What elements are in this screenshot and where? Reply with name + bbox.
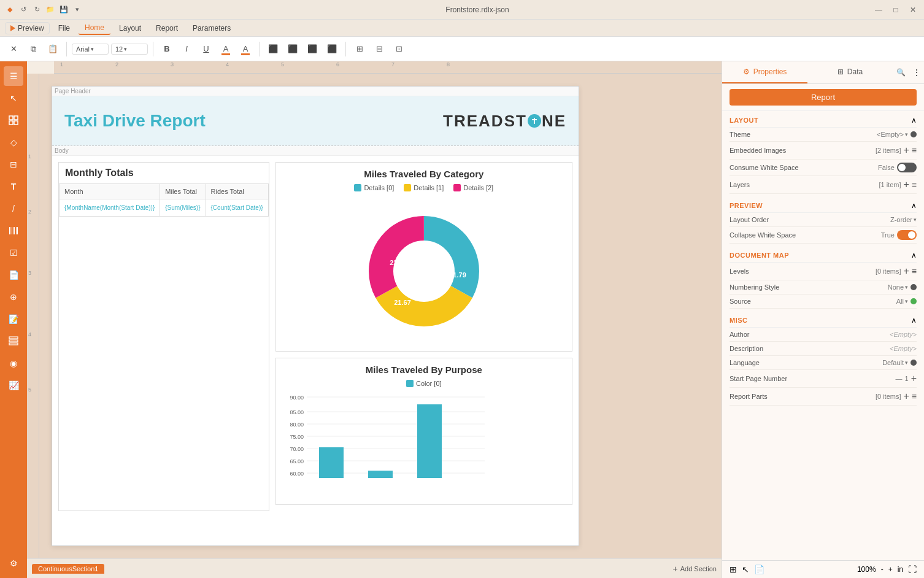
numbering-style-dot[interactable] [911, 284, 917, 290]
menu-home[interactable]: Home [79, 21, 110, 35]
embedded-images-plus[interactable]: + [903, 145, 909, 156]
align-right-button[interactable]: ⬛ [304, 40, 321, 58]
save-dropdown-icon[interactable]: ▾ [72, 5, 82, 15]
document-map-collapse-icon[interactable]: ∧ [911, 251, 917, 260]
sidebar-datagrid-icon[interactable] [4, 331, 23, 351]
collapse-whitespace-value: True [881, 230, 917, 240]
open-icon[interactable]: 📁 [45, 5, 55, 15]
layout-order-dropdown[interactable]: Z-order ▾ [890, 216, 917, 223]
panel-menu-icon[interactable]: ⋮ [909, 64, 924, 80]
panel-search-icon[interactable]: 🔍 [893, 64, 909, 80]
layers-eq[interactable]: ≡ [912, 180, 917, 190]
cut-button[interactable]: ✕ [5, 40, 22, 58]
paste-button[interactable]: 📋 [44, 40, 61, 58]
fullscreen-icon[interactable]: ⛶ [908, 565, 917, 574]
zoom-plus[interactable]: + [888, 565, 893, 574]
levels-eq[interactable]: ≡ [912, 266, 917, 276]
grid-view-icon[interactable]: ⊞ [730, 565, 737, 574]
start-page-minus[interactable]: — [896, 375, 903, 382]
sidebar-text-icon[interactable]: T [4, 177, 23, 196]
sidebar-crosshair-icon[interactable]: ⊕ [4, 287, 23, 307]
start-page-plus[interactable]: + [911, 373, 917, 384]
layers-plus[interactable]: + [903, 179, 909, 190]
ruler-horizontal: 1 2 3 4 5 6 7 8 [54, 61, 722, 74]
pointer-icon[interactable]: ↖ [742, 565, 749, 574]
zoom-minus[interactable]: - [881, 565, 884, 574]
border3-button[interactable]: ⊡ [390, 40, 407, 58]
layout-collapse-icon[interactable]: ∧ [911, 116, 917, 125]
collapse-whitespace-val: True [881, 231, 895, 239]
report-parts-eq[interactable]: ≡ [912, 391, 917, 401]
menu-parameters[interactable]: Parameters [187, 22, 237, 34]
close-button[interactable]: ✕ [907, 4, 919, 16]
tab-properties[interactable]: ⚙ Properties [722, 61, 807, 83]
bg-color-button[interactable]: A [237, 40, 254, 58]
menu-layout[interactable]: Layout [113, 22, 147, 34]
toggle-knob [898, 164, 906, 171]
bold-button[interactable]: B [158, 40, 175, 58]
source-dropdown[interactable]: All ▾ [896, 298, 908, 305]
menu-report[interactable]: Report [150, 22, 184, 34]
sidebar-pointer-icon[interactable]: ↖ [4, 88, 23, 108]
font-size-dropdown[interactable]: 12 ▾ [111, 44, 148, 55]
author-value: <Empty> [890, 331, 917, 338]
sidebar-grid-icon[interactable] [4, 110, 23, 130]
preview-collapse-icon[interactable]: ∧ [911, 201, 917, 210]
language-dot[interactable] [911, 360, 917, 366]
sidebar-line-icon[interactable]: / [4, 199, 23, 218]
section-tab[interactable]: ContinuousSection1 [32, 564, 104, 574]
language-dropdown[interactable]: Default ▾ [882, 359, 908, 366]
data-icon: ⊞ [837, 67, 844, 76]
svg-text:60.00: 60.00 [290, 471, 304, 477]
sidebar-subreport-icon[interactable]: 📄 [4, 265, 23, 285]
numbering-style-caret: ▾ [905, 284, 908, 290]
italic-button[interactable]: I [178, 40, 195, 58]
canvas[interactable]: Page Header Taxi Drive Report TREADST NE [39, 74, 722, 558]
collapse-whitespace-toggle[interactable] [897, 230, 917, 240]
sidebar-table-icon[interactable]: ⊟ [4, 155, 23, 174]
redo-icon[interactable]: ↻ [32, 5, 42, 15]
save-icon[interactable]: 💾 [59, 5, 69, 15]
align-justify-button[interactable]: ⬛ [323, 40, 341, 58]
border2-button[interactable]: ⊟ [371, 40, 388, 58]
sidebar-settings-icon[interactable]: ⚙ [4, 553, 23, 573]
align-left-button[interactable]: ⬛ [264, 40, 282, 58]
sidebar-shape-icon[interactable]: ◇ [4, 133, 23, 152]
preview-section: PREVIEW ∧ Layout Order Z-order ▾ Collaps… [722, 196, 924, 246]
report-button[interactable]: Report [730, 89, 917, 106]
copy-button[interactable]: ⧉ [25, 40, 42, 58]
font-family-dropdown[interactable]: Arial ▾ [72, 44, 109, 55]
sidebar-gauge-icon[interactable]: ◉ [4, 353, 23, 373]
menu-file[interactable]: File [52, 22, 76, 34]
add-section-button[interactable]: + Add Section [672, 564, 717, 574]
sidebar-menu-icon[interactable]: ☰ [4, 66, 23, 86]
sidebar-richtext-icon[interactable]: 📝 [4, 309, 23, 329]
charts-area: Miles Traveled By Category Details [0] [275, 162, 572, 511]
sidebar-sparkline-icon[interactable]: 📈 [4, 376, 23, 395]
theme-dropdown[interactable]: <Empty> ▾ [877, 131, 908, 138]
border-button[interactable]: ⊞ [351, 40, 368, 58]
minimize-button[interactable]: — [872, 4, 885, 16]
source-dot[interactable] [911, 298, 917, 304]
maximize-button[interactable]: □ [890, 4, 902, 16]
tab-data[interactable]: ⊞ Data [807, 61, 893, 83]
embedded-images-eq[interactable]: ≡ [912, 145, 917, 155]
preview-button[interactable]: Preview [5, 22, 50, 34]
report-parts-plus[interactable]: + [903, 391, 909, 402]
page-icon[interactable]: 📄 [754, 565, 764, 574]
undo-icon[interactable]: ↺ [18, 5, 28, 15]
numbering-style-dropdown[interactable]: None ▾ [888, 283, 908, 291]
sidebar-checkbox-icon[interactable]: ☑ [4, 243, 23, 263]
underline-button[interactable]: U [198, 40, 215, 58]
svg-rect-9 [9, 337, 18, 339]
start-page-number-label: Start Page Number [730, 375, 791, 382]
sidebar-barcode-icon[interactable] [4, 221, 23, 241]
align-center-button[interactable]: ⬛ [284, 40, 301, 58]
levels-label: Levels [730, 268, 791, 275]
theme-dot[interactable] [911, 131, 917, 137]
consume-whitespace-toggle[interactable] [897, 163, 917, 172]
misc-collapse-icon[interactable]: ∧ [911, 316, 917, 325]
font-color-button[interactable]: A [217, 40, 234, 58]
levels-plus[interactable]: + [903, 266, 909, 277]
body-section: Body Monthly Totals Month Miles Total [52, 146, 579, 517]
